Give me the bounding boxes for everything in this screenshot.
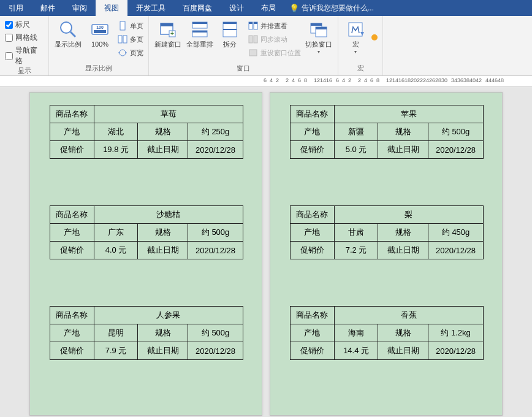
macro-button[interactable]: 宏▾ (343, 20, 368, 55)
macro-icon (346, 20, 365, 39)
value-spec: 约 1.2kg (428, 324, 484, 342)
label-name: 商品名称 (291, 105, 335, 123)
arrange-all-icon (190, 20, 210, 39)
ruler-tick: 8 (376, 77, 379, 83)
chk-gridlines[interactable]: 网格线 (5, 33, 44, 43)
product-card: 商品名称沙糖桔 产地广东规格约 500g 促销价4.0 元截止日期2020/12… (50, 205, 243, 259)
label-deadline: 截止日期 (138, 242, 188, 259)
group-macro-label: 宏 (343, 64, 378, 75)
label-price: 促销价 (50, 141, 94, 159)
arrange-all-button[interactable]: 全部重排 (186, 20, 214, 48)
ruler-tick: 4 (270, 77, 273, 83)
label-origin: 产地 (291, 224, 335, 242)
label-spec: 规格 (378, 324, 428, 342)
horizontal-ruler[interactable]: 6422468121416642246812141618202224262830… (0, 76, 532, 87)
tab-layout[interactable]: 布局 (253, 0, 284, 16)
ruler-tick: 2 (358, 77, 361, 83)
product-card: 商品名称苹果 产地新疆规格约 500g 促销价5.0 元截止日期2020/12/… (290, 105, 484, 159)
label-spec: 规格 (138, 224, 188, 242)
value-price: 19.8 元 (94, 141, 138, 159)
value-deadline: 2020/12/28 (188, 141, 243, 159)
label-deadline: 截止日期 (378, 342, 428, 360)
svg-rect-7 (123, 36, 127, 43)
value-price: 7.2 元 (334, 242, 378, 259)
multi-page-button[interactable]: 多页 (118, 33, 143, 45)
label-name: 商品名称 (50, 206, 94, 224)
chk-ruler[interactable]: 标尺 (5, 20, 44, 30)
split-icon (220, 20, 240, 39)
value-spec: 约 500g (188, 224, 243, 242)
ruler-tick: 14 (320, 77, 326, 83)
value-name: 香蕉 (334, 307, 483, 324)
label-name: 商品名称 (291, 206, 335, 224)
record-indicator-icon (371, 34, 378, 40)
ruler-tick: 16 (398, 77, 405, 83)
page-width-button[interactable]: 页宽 (118, 47, 143, 59)
page-1: 商品名称草莓 产地湖北规格约 250g 促销价19.8 元截止日期2020/12… (29, 92, 262, 416)
label-deadline: 截止日期 (378, 141, 428, 159)
group-zoom: 显示比例 100 100% 单页 多页 页宽 显示比例 (49, 16, 149, 75)
ruler-tick: 4 (292, 77, 295, 83)
ruler-tick: 8 (304, 77, 307, 83)
tab-references[interactable]: 引用 (0, 0, 32, 16)
tab-mailings[interactable]: 邮件 (32, 0, 64, 16)
group-window-label: 窗口 (154, 64, 333, 75)
value-deadline: 2020/12/28 (188, 342, 243, 360)
value-name: 草莓 (94, 105, 243, 123)
label-deadline: 截止日期 (138, 342, 188, 360)
value-name: 苹果 (334, 105, 483, 123)
svg-point-8 (120, 50, 126, 56)
tab-baidu[interactable]: 百度网盘 (174, 0, 221, 16)
page-2: 商品名称苹果 产地新疆规格约 500g 促销价5.0 元截止日期2020/12/… (270, 92, 503, 416)
view-side-button[interactable]: 并排查看 (248, 20, 301, 32)
svg-rect-3 (94, 30, 106, 33)
label-origin: 产地 (291, 324, 335, 342)
side-by-side-icon (248, 21, 258, 31)
tell-me-search[interactable]: 💡 告诉我您想要做什么... (284, 3, 379, 13)
label-origin: 产地 (50, 224, 94, 242)
multi-page-icon (118, 34, 127, 44)
label-name: 商品名称 (50, 105, 94, 123)
value-deadline: 2020/12/28 (428, 242, 484, 259)
value-origin: 广东 (94, 224, 138, 242)
group-display: 标尺 网格线 导航窗格 显示 (0, 16, 49, 75)
ribbon-body: 标尺 网格线 导航窗格 显示 显示比例 100 100% 单页 多页 页宽 显示… (0, 16, 532, 76)
label-name: 商品名称 (50, 307, 94, 324)
svg-text:100: 100 (96, 25, 104, 29)
value-origin: 海南 (334, 324, 378, 342)
new-window-button[interactable]: + 新建窗口 (154, 20, 182, 48)
sync-scroll-button: 同步滚动 (248, 33, 301, 45)
switch-window-button[interactable]: 切换窗口▾ (305, 20, 333, 55)
zoom-button[interactable]: 显示比例 (54, 20, 82, 48)
label-origin: 产地 (50, 324, 94, 342)
label-deadline: 截止日期 (378, 242, 428, 259)
reset-window-button: 重设窗口位置 (248, 47, 301, 59)
ruler-tick: 14 (392, 77, 398, 83)
value-price: 5.0 元 (334, 141, 378, 159)
chk-navpane[interactable]: 导航窗格 (5, 45, 44, 66)
label-spec: 规格 (378, 224, 428, 242)
label-spec: 规格 (138, 324, 188, 342)
svg-rect-19 (223, 22, 237, 24)
new-window-icon: + (158, 20, 178, 39)
ruler-tick: 2 (276, 77, 279, 83)
tab-view[interactable]: 视图 (96, 0, 127, 16)
tab-developer[interactable]: 开发工具 (127, 0, 174, 16)
label-price: 促销价 (291, 342, 335, 360)
ruler-tick: 16 (326, 77, 332, 83)
tab-design[interactable]: 设计 (221, 0, 253, 16)
ruler-tick: 42 (476, 77, 482, 83)
split-button[interactable]: 拆分 (218, 20, 242, 48)
page-width-icon (118, 48, 127, 58)
ruler-tick: 6 (336, 77, 339, 83)
ruler-tick: 28 (435, 77, 441, 83)
ruler-tick: 24 (423, 77, 429, 83)
sync-scroll-icon (248, 34, 258, 44)
svg-rect-31 (349, 23, 362, 36)
ruler-tick: 48 (498, 77, 504, 83)
tab-review[interactable]: 审阅 (64, 0, 96, 16)
one-page-button[interactable]: 单页 (118, 20, 143, 32)
ruler-tick: 6 (298, 77, 301, 83)
zoom-100-button[interactable]: 100 100% (86, 20, 114, 48)
percent-100-icon: 100 (90, 20, 110, 39)
